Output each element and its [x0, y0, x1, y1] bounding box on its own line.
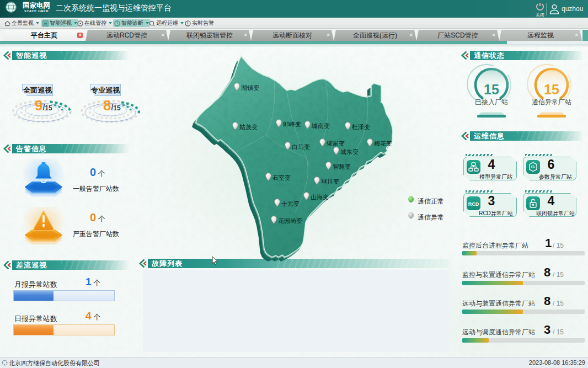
svg-text:RCD: RCD: [468, 201, 479, 207]
